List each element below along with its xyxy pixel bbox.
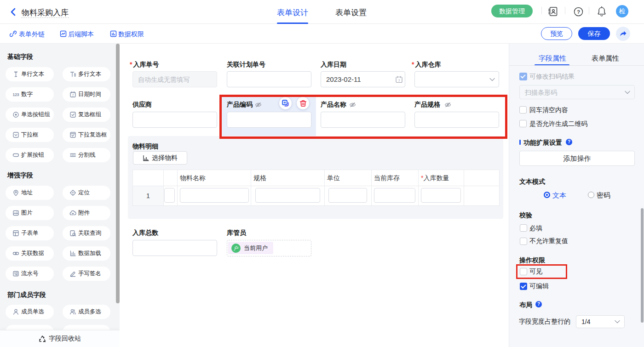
svg-text:?: ? [577, 9, 580, 15]
svg-text:123: 123 [12, 92, 19, 97]
svg-text:7: 7 [72, 94, 74, 97]
svg-text:7: 7 [398, 79, 400, 83]
